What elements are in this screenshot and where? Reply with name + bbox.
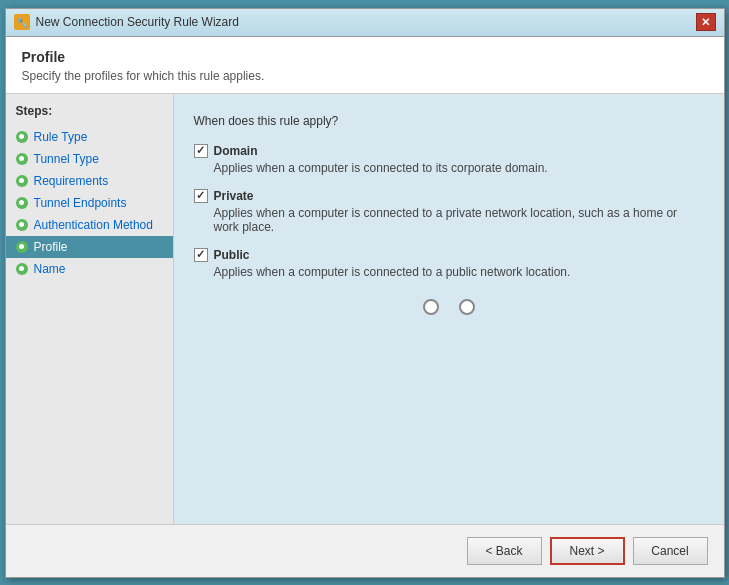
domain-checkbox[interactable]: [194, 144, 208, 158]
sidebar: Steps: Rule Type Tunnel Type Requirement…: [6, 94, 174, 524]
title-bar-left: 🔧 New Connection Security Rule Wizard: [14, 14, 239, 30]
header-section: Profile Specify the profiles for which t…: [6, 37, 724, 94]
public-checkbox-row: Public: [194, 248, 704, 262]
sidebar-item-label: Authentication Method: [34, 218, 153, 232]
window-title: New Connection Security Rule Wizard: [36, 15, 239, 29]
sidebar-item-label: Tunnel Type: [34, 152, 99, 166]
private-description: Applies when a computer is connected to …: [214, 206, 704, 234]
radio-button-2[interactable]: [459, 299, 475, 315]
private-checkbox-row: Private: [194, 189, 704, 203]
radio-button-1[interactable]: [423, 299, 439, 315]
public-option: Public Applies when a computer is connec…: [194, 248, 704, 279]
back-button[interactable]: < Back: [467, 537, 542, 565]
next-button[interactable]: Next >: [550, 537, 625, 565]
step-dot-rule-type: [16, 131, 28, 143]
step-dot-profile: [16, 241, 28, 253]
public-description: Applies when a computer is connected to …: [214, 265, 704, 279]
domain-label: Domain: [214, 144, 258, 158]
sidebar-item-label: Profile: [34, 240, 68, 254]
public-label: Public: [214, 248, 250, 262]
radio-area: [194, 299, 704, 315]
private-checkbox[interactable]: [194, 189, 208, 203]
step-dot-requirements: [16, 175, 28, 187]
domain-option: Domain Applies when a computer is connec…: [194, 144, 704, 175]
step-dot-tunnel-type: [16, 153, 28, 165]
sidebar-item-name[interactable]: Name: [6, 258, 173, 280]
sidebar-item-rule-type[interactable]: Rule Type: [6, 126, 173, 148]
main-window: 🔧 New Connection Security Rule Wizard ✕ …: [5, 8, 725, 578]
sidebar-item-tunnel-type[interactable]: Tunnel Type: [6, 148, 173, 170]
private-label: Private: [214, 189, 254, 203]
sidebar-item-label: Requirements: [34, 174, 109, 188]
sidebar-item-authentication-method[interactable]: Authentication Method: [6, 214, 173, 236]
sidebar-item-profile[interactable]: Profile: [6, 236, 173, 258]
window-body: Profile Specify the profiles for which t…: [6, 37, 724, 577]
close-button[interactable]: ✕: [696, 13, 716, 31]
step-dot-auth-method: [16, 219, 28, 231]
public-checkbox[interactable]: [194, 248, 208, 262]
sidebar-item-label: Name: [34, 262, 66, 276]
domain-checkbox-row: Domain: [194, 144, 704, 158]
title-bar: 🔧 New Connection Security Rule Wizard ✕: [6, 9, 724, 37]
steps-label: Steps:: [6, 104, 173, 126]
app-icon: 🔧: [14, 14, 30, 30]
domain-description: Applies when a computer is connected to …: [214, 161, 704, 175]
main-panel: When does this rule apply? Domain Applie…: [174, 94, 724, 524]
step-dot-name: [16, 263, 28, 275]
question-text: When does this rule apply?: [194, 114, 704, 128]
content-area: Steps: Rule Type Tunnel Type Requirement…: [6, 94, 724, 524]
footer: < Back Next > Cancel: [6, 524, 724, 577]
sidebar-item-label: Tunnel Endpoints: [34, 196, 127, 210]
page-subtitle: Specify the profiles for which this rule…: [22, 69, 708, 83]
sidebar-item-label: Rule Type: [34, 130, 88, 144]
sidebar-item-requirements[interactable]: Requirements: [6, 170, 173, 192]
step-dot-tunnel-endpoints: [16, 197, 28, 209]
cancel-button[interactable]: Cancel: [633, 537, 708, 565]
page-title: Profile: [22, 49, 708, 65]
private-option: Private Applies when a computer is conne…: [194, 189, 704, 234]
sidebar-item-tunnel-endpoints[interactable]: Tunnel Endpoints: [6, 192, 173, 214]
